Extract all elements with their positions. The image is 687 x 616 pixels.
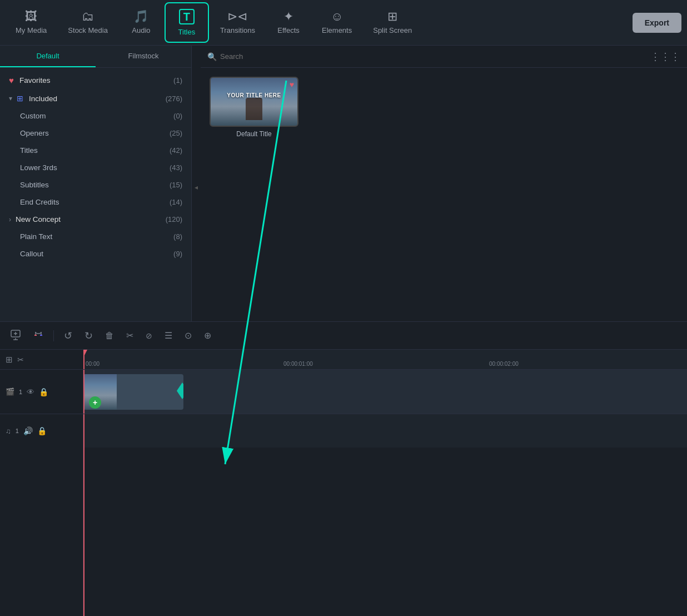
end-credits-label: End Credits [20, 198, 59, 206]
titles-sub-count: (42) [170, 146, 182, 155]
heart-icon: ♥ [9, 76, 14, 85]
audio-track-controls: ♫ 1 🔊 🔒 [0, 414, 83, 448]
toolbar-btn-transitions[interactable]: ⊳⊲ Transitions [210, 5, 265, 40]
sidebar-tabs: Default Filmstock [0, 46, 191, 68]
lower3rds-count: (43) [170, 163, 182, 172]
magnet-button[interactable] [31, 327, 46, 344]
chevron-right-icon: › [9, 216, 11, 223]
scissors-icon[interactable]: ✂ [17, 355, 24, 364]
video-track-controls: 🎬 1 👁 🔒 [0, 370, 83, 414]
audio-lock-icon[interactable]: 🔒 [37, 426, 47, 435]
audio-track-num: 1 [16, 428, 19, 434]
undo-button[interactable]: ↺ [62, 327, 74, 344]
sidebar-item-end-credits[interactable]: End Credits (14) [0, 193, 191, 211]
timestamp-1: 00:00:01:00 [283, 361, 313, 367]
timestamp-2: 00:00:02:00 [489, 361, 519, 367]
sidebar-item-callout[interactable]: Callout (9) [0, 245, 191, 262]
search-input[interactable] [220, 52, 650, 61]
timeline-content-empty [83, 448, 687, 616]
stock-media-icon: 🗂 [82, 11, 94, 23]
title-thumbnail: YOUR TITLE HERE ♥ [210, 77, 298, 127]
sidebar-item-titles[interactable]: Titles (42) [0, 142, 191, 159]
timeline-area: ↺ ↻ 🗑 ✂ ⊘ ☰ ⊙ ⊕ ⊞ ✂ 00:00 00:00:01:00 00… [0, 321, 687, 616]
effects-icon: ✦ [283, 11, 293, 23]
toolbar-btn-my-media[interactable]: 🖼 My Media [6, 5, 57, 40]
video-clip-1[interactable]: + [83, 374, 183, 410]
delete-button[interactable]: 🗑 [103, 329, 116, 343]
subtitles-label: Subtitles [20, 181, 49, 189]
toolbar-btn-split-screen[interactable]: ⊞ Split Screen [363, 5, 422, 40]
collapse-icon: ◂ [195, 183, 198, 191]
toolbar-btn-effects[interactable]: ✦ Effects [266, 5, 311, 40]
music-icon: ♫ [6, 427, 11, 435]
search-icon: 🔍 [207, 52, 217, 61]
redo-button[interactable]: ↻ [82, 327, 95, 344]
sidebar-item-subtitles[interactable]: Subtitles (15) [0, 176, 191, 193]
timestamp-0: 00:00 [86, 361, 99, 367]
playhead-top [83, 350, 87, 356]
end-credits-count: (14) [170, 198, 182, 206]
toolbar-btn-stock-media[interactable]: 🗂 Stock Media [58, 5, 118, 40]
included-label: Included [29, 95, 57, 103]
new-concept-label: New Concept [16, 215, 61, 223]
video-track-1: 🎬 1 👁 🔒 + [0, 370, 687, 414]
sidebar-item-lower3rds[interactable]: Lower 3rds (43) [0, 159, 191, 176]
sidebar-item-custom[interactable]: Custom (0) [0, 107, 191, 125]
toolbar-label-titles: Titles [178, 28, 196, 36]
add-media-button[interactable] [8, 327, 23, 345]
sidebar: Default Filmstock ♥ Favorites (1) ▾ ⊞ In… [0, 46, 192, 329]
track-num-1: 1 [19, 389, 22, 395]
grid-toggle-icon[interactable]: ⋮⋮⋮ [650, 51, 680, 63]
audio-playhead-line [83, 414, 84, 448]
toolbar-label-stock-media: Stock Media [68, 26, 108, 34]
timeline-ruler[interactable]: 00:00 00:00:01:00 00:00:02:00 [83, 350, 687, 369]
titles-grid: YOUR TITLE HERE ♥ Default Title [201, 68, 687, 147]
titles-sub-label: Titles [20, 146, 38, 155]
tab-filmstock[interactable]: Filmstock [96, 46, 191, 67]
toolbar-btn-titles[interactable]: T Titles [165, 2, 209, 43]
timeline-ruler-area: ⊞ ✂ 00:00 00:00:01:00 00:00:02:00 [0, 350, 687, 370]
toolbar-label-my-media: My Media [16, 26, 47, 34]
toolbar-btn-audio[interactable]: 🎵 Audio [119, 5, 163, 40]
collapse-handle[interactable]: ◂ [192, 46, 201, 329]
custom-count: (0) [173, 112, 182, 120]
sidebar-item-favorites[interactable]: ♥ Favorites (1) [0, 71, 191, 90]
menu-button[interactable]: ☰ [162, 328, 175, 343]
split-screen-icon: ⊞ [387, 11, 397, 23]
panel-area: Default Filmstock ♥ Favorites (1) ▾ ⊞ In… [0, 46, 687, 329]
timeline-tracks: 🎬 1 👁 🔒 + [0, 370, 687, 616]
grid-icon: ⊞ [17, 94, 23, 103]
sidebar-item-new-concept[interactable]: › New Concept (120) [0, 211, 191, 228]
sidebar-item-plain-text[interactable]: Plain Text (8) [0, 228, 191, 245]
openers-count: (25) [170, 129, 182, 137]
playhead-ruler [83, 350, 84, 369]
toolbar-label-transitions: Transitions [220, 26, 255, 34]
toolbar-label-split-screen: Split Screen [373, 26, 412, 34]
title-label-default: Default Title [236, 130, 271, 138]
lock-icon[interactable]: 🔒 [39, 388, 48, 396]
sidebar-item-included[interactable]: ▾ ⊞ Included (276) [0, 90, 191, 107]
cut-button[interactable]: ✂ [124, 328, 136, 343]
plain-text-label: Plain Text [20, 232, 52, 241]
volume-icon[interactable]: 🔊 [23, 426, 33, 435]
sidebar-item-openers[interactable]: Openers (25) [0, 125, 191, 142]
favorite-heart-icon: ♥ [290, 80, 294, 89]
lower3rds-label: Lower 3rds [20, 163, 57, 172]
eye-icon[interactable]: 👁 [27, 388, 34, 396]
export-button[interactable]: Export [633, 13, 681, 33]
custom-label: Custom [20, 112, 46, 120]
toolbar-btn-elements[interactable]: ☺ Elements [312, 5, 362, 40]
elements-icon: ☺ [331, 11, 343, 23]
unlink-button[interactable]: ⊘ [143, 329, 155, 342]
plain-text-count: (8) [173, 232, 182, 241]
audio-track-content[interactable] [83, 414, 687, 448]
add-track-icon[interactable]: ⊞ [6, 355, 13, 365]
tab-default[interactable]: Default [0, 46, 96, 67]
toolbar-items: 🖼 My Media 🗂 Stock Media 🎵 Audio T Title… [6, 2, 627, 43]
stamp-button[interactable]: ⊙ [182, 328, 194, 343]
title-thumb-text: YOUR TITLE HERE [211, 92, 297, 98]
add-clip-icon[interactable]: + [89, 396, 101, 409]
skip-button[interactable]: ⊕ [202, 328, 213, 343]
title-card-default[interactable]: YOUR TITLE HERE ♥ Default Title [210, 77, 298, 138]
video-track-content[interactable]: + [83, 370, 687, 414]
